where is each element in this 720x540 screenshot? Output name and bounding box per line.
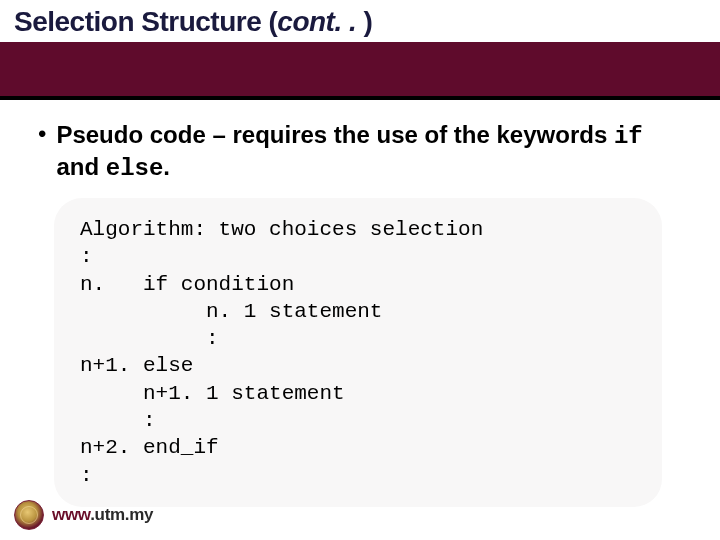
site-url: www.utm.my xyxy=(52,505,153,525)
code-line-1: Algorithm: two choices selection xyxy=(80,216,636,243)
header-strip xyxy=(0,42,720,96)
pseudocode-box: Algorithm: two choices selection : n. if… xyxy=(54,198,662,507)
slide: Selection Structure (cont. . ) • Pseudo … xyxy=(0,0,720,540)
code-line-5: : xyxy=(80,325,636,352)
url-rest: .utm.my xyxy=(90,505,153,524)
code-line-9: n+2. end_if xyxy=(80,434,636,461)
code-line-8: : xyxy=(80,407,636,434)
code-line-10: : xyxy=(80,462,636,489)
bullet-prefix: Pseudo code – requires the use of the ke… xyxy=(56,121,614,148)
code-line-2: : xyxy=(80,243,636,270)
title-top: Selection Structure (cont. . ) xyxy=(0,0,720,42)
bullet-suffix: . xyxy=(163,153,170,180)
code-line-7: n+1. 1 statement xyxy=(80,380,636,407)
title-main: Selection Structure ( xyxy=(14,6,277,37)
code-line-6: n+1. else xyxy=(80,352,636,379)
bullet-text: Pseudo code – requires the use of the ke… xyxy=(56,120,682,184)
footer: www.utm.my xyxy=(14,500,153,530)
keyword-if: if xyxy=(614,123,643,150)
code-line-4: n. 1 statement xyxy=(80,298,636,325)
bullet-marker: • xyxy=(38,120,46,149)
bullet-mid: and xyxy=(56,153,105,180)
utm-logo-icon xyxy=(14,500,44,530)
code-line-3: n. if condition xyxy=(80,271,636,298)
keyword-else: else xyxy=(106,155,164,182)
url-www: www xyxy=(52,505,90,524)
title-bar: Selection Structure (cont. . ) xyxy=(0,0,720,100)
content-area: • Pseudo code – requires the use of the … xyxy=(0,100,720,507)
slide-title: Selection Structure (cont. . ) xyxy=(14,6,706,38)
title-close: ) xyxy=(364,6,373,37)
bullet-item: • Pseudo code – requires the use of the … xyxy=(38,120,682,184)
title-italic: cont. . xyxy=(277,6,363,37)
